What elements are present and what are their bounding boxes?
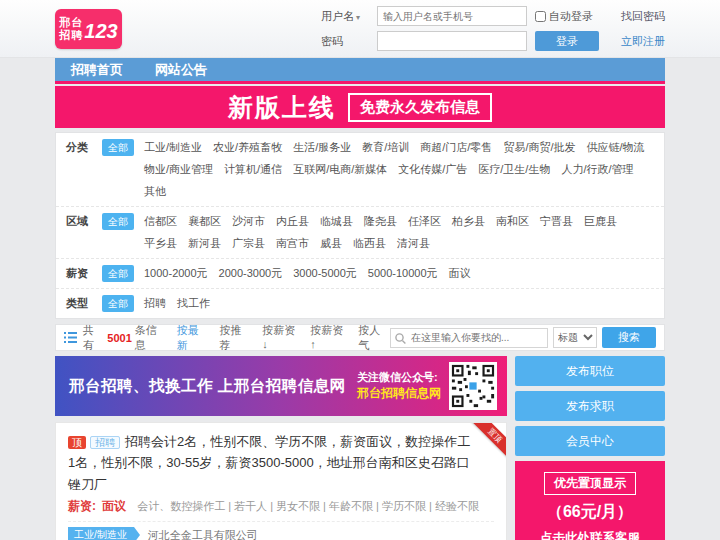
filter-all-active[interactable]: 全部 bbox=[102, 213, 134, 230]
wechat-note: 关注微信公众号: 邢台招聘信息网 bbox=[357, 370, 441, 401]
filter-option[interactable]: 广宗县 bbox=[232, 235, 265, 252]
main-nav: 招聘首页 网站公告 bbox=[55, 58, 665, 84]
filter-option[interactable]: 清河县 bbox=[397, 235, 430, 252]
search-field-select[interactable]: 标题 bbox=[553, 327, 597, 348]
filter-option[interactable]: 隆尧县 bbox=[364, 213, 397, 230]
filter-option[interactable]: 内丘县 bbox=[276, 213, 309, 230]
job-title-link[interactable]: 招聘会计2名，性别不限、学历不限，薪资面议，数控操作工1名，性别不限，30-55… bbox=[68, 434, 470, 492]
vip-title: 优先置顶显示 bbox=[544, 472, 636, 495]
filter-option[interactable]: 商超/门店/零售 bbox=[420, 139, 492, 156]
filter-panel: 分类 全部 工业/制造业农业/养殖畜牧生活/服务业教育/培训商超/门店/零售贸易… bbox=[55, 132, 665, 319]
filter-option[interactable]: 襄都区 bbox=[188, 213, 221, 230]
filter-option[interactable]: 宁晋县 bbox=[540, 213, 573, 230]
listings-column: 邢台招聘、找换工作 上邢台招聘信息网 关注微信公众号: 邢台招聘信息网 bbox=[55, 356, 507, 540]
sort-by-popularity[interactable]: 按人气 bbox=[358, 323, 390, 353]
filter-option[interactable]: 临西县 bbox=[353, 235, 386, 252]
caret-down-icon: ▾ bbox=[356, 13, 360, 22]
password-label: 密码 bbox=[321, 34, 369, 49]
filter-option[interactable]: 计算机/通信 bbox=[224, 161, 282, 178]
promo-banner[interactable]: 邢台招聘、找换工作 上邢台招聘信息网 关注微信公众号: 邢台招聘信息网 bbox=[55, 356, 507, 416]
filter-option[interactable]: 沙河市 bbox=[232, 213, 265, 230]
filter-option[interactable]: 柏乡县 bbox=[452, 213, 485, 230]
sidebar: 发布职位 发布求职 会员中心 优先置顶显示 （66元/月） 点击此处联系客服 荐… bbox=[515, 356, 665, 540]
banner-badge: 免费永久发布信息 bbox=[348, 93, 492, 122]
list-icon bbox=[64, 332, 77, 343]
filter-option[interactable]: 平乡县 bbox=[144, 235, 177, 252]
filter-option[interactable]: 新河县 bbox=[188, 235, 221, 252]
category-tag[interactable]: 工业/制造业 bbox=[68, 527, 134, 540]
filter-option[interactable]: 招聘 bbox=[144, 295, 166, 312]
filter-option[interactable]: 南和区 bbox=[496, 213, 529, 230]
filter-label: 薪资 bbox=[66, 265, 98, 282]
filter-option[interactable]: 信都区 bbox=[144, 213, 177, 230]
post-job-button[interactable]: 发布职位 bbox=[515, 356, 665, 386]
filter-option[interactable]: 互联网/电商/新媒体 bbox=[293, 161, 387, 178]
filter-option[interactable]: 供应链/物流 bbox=[587, 139, 645, 156]
filter-option[interactable]: 5000-10000元 bbox=[368, 265, 438, 282]
nav-item-announcements[interactable]: 网站公告 bbox=[139, 57, 223, 83]
password-input[interactable] bbox=[377, 31, 527, 51]
result-count: 5001 bbox=[107, 332, 131, 344]
filter-option[interactable]: 3000-5000元 bbox=[293, 265, 357, 282]
salary-value: 面议 bbox=[102, 499, 126, 513]
filter-all-active[interactable]: 全部 bbox=[102, 265, 134, 282]
filter-option[interactable]: 其他 bbox=[144, 183, 166, 200]
filter-options: 1000-2000元2000-3000元3000-5000元5000-10000… bbox=[144, 265, 654, 282]
sort-by-salary-desc[interactable]: 按薪资↓ bbox=[262, 323, 299, 353]
filter-option[interactable]: 任泽区 bbox=[408, 213, 441, 230]
filter-options: 工业/制造业农业/养殖畜牧生活/服务业教育/培训商超/门店/零售贸易/商贸/批发… bbox=[144, 139, 654, 200]
results-toolbar: 共有 5001 条信息 按最新 按推荐 按薪资↓ 按薪资↑ 按人气 标题 搜索 bbox=[55, 324, 665, 351]
filter-option[interactable]: 人力/行政/管理 bbox=[561, 161, 633, 178]
filter-row-type: 类型 全部 招聘找工作 bbox=[56, 289, 664, 318]
filter-option[interactable]: 威县 bbox=[320, 235, 342, 252]
username-input[interactable] bbox=[377, 6, 527, 26]
filter-all-active[interactable]: 全部 bbox=[102, 139, 134, 156]
filter-option[interactable]: 2000-3000元 bbox=[219, 265, 283, 282]
search-input[interactable] bbox=[390, 328, 548, 348]
salary-label: 薪资: bbox=[68, 499, 96, 513]
filter-row-category: 分类 全部 工业/制造业农业/养殖畜牧生活/服务业教育/培训商超/门店/零售贸易… bbox=[56, 133, 664, 207]
filter-option[interactable]: 巨鹿县 bbox=[584, 213, 617, 230]
filter-option[interactable]: 1000-2000元 bbox=[144, 265, 208, 282]
member-center-button[interactable]: 会员中心 bbox=[515, 426, 665, 456]
job-listing-card[interactable]: 置顶 顶招聘招聘会计2名，性别不限、学历不限，薪资面议，数控操作工1名，性别不限… bbox=[55, 422, 507, 540]
filter-row-salary: 薪资 全部 1000-2000元2000-3000元3000-5000元5000… bbox=[56, 259, 664, 289]
logo-number: 123 bbox=[84, 20, 117, 43]
type-badge: 招聘 bbox=[90, 436, 120, 449]
sort-by-salary-asc[interactable]: 按薪资↑ bbox=[310, 323, 347, 353]
vip-pin-promo[interactable]: 优先置顶显示 （66元/月） 点击此处联系客服 bbox=[515, 461, 665, 540]
login-form: 用户名▾ 自动登录 找回密码 密码 登录 立即注册 bbox=[321, 6, 665, 51]
sort-by-newest[interactable]: 按最新 bbox=[177, 323, 209, 353]
search-icon bbox=[395, 333, 406, 344]
job-meta: 会计、数控操作工 | 若干人 | 男女不限 | 年龄不限 | 学历不限 | 经验… bbox=[137, 500, 479, 512]
banner-title: 新版上线 bbox=[228, 91, 336, 124]
filter-option[interactable]: 教育/培训 bbox=[362, 139, 409, 156]
sort-by-recommended[interactable]: 按推荐 bbox=[220, 323, 252, 353]
filter-option[interactable]: 面议 bbox=[449, 265, 471, 282]
filter-option[interactable]: 找工作 bbox=[177, 295, 210, 312]
company-link[interactable]: 河北全金工具有限公司 bbox=[148, 528, 258, 540]
auto-login-checkbox[interactable] bbox=[535, 11, 546, 22]
post-resume-button[interactable]: 发布求职 bbox=[515, 391, 665, 421]
username-label: 用户名▾ bbox=[321, 9, 369, 24]
filter-option[interactable]: 工业/制造业 bbox=[144, 139, 202, 156]
filter-all-active[interactable]: 全部 bbox=[102, 295, 134, 312]
filter-option[interactable]: 医疗/卫生/生物 bbox=[478, 161, 550, 178]
filter-option[interactable]: 贸易/商贸/批发 bbox=[503, 139, 575, 156]
nav-item-home[interactable]: 招聘首页 bbox=[55, 57, 139, 83]
filter-option[interactable]: 南宫市 bbox=[276, 235, 309, 252]
site-logo[interactable]: 邢台 招聘 123 bbox=[55, 9, 122, 49]
register-link[interactable]: 立即注册 bbox=[621, 34, 665, 49]
filter-option[interactable]: 临城县 bbox=[320, 213, 353, 230]
filter-option[interactable]: 文化传媒/广告 bbox=[398, 161, 467, 178]
filter-option[interactable]: 物业/商业管理 bbox=[144, 161, 213, 178]
filter-option[interactable]: 生活/服务业 bbox=[293, 139, 351, 156]
find-password-link[interactable]: 找回密码 bbox=[621, 9, 665, 24]
filter-option[interactable]: 农业/养殖畜牧 bbox=[213, 139, 282, 156]
search-button[interactable]: 搜索 bbox=[602, 327, 656, 348]
logo-text: 邢台 招聘 bbox=[59, 16, 83, 41]
filter-label: 分类 bbox=[66, 139, 98, 156]
login-button[interactable]: 登录 bbox=[535, 31, 599, 51]
filter-label: 区域 bbox=[66, 213, 98, 230]
page-header: 邢台 招聘 123 用户名▾ 自动登录 找回密码 密码 登录 立即注册 bbox=[0, 0, 720, 58]
